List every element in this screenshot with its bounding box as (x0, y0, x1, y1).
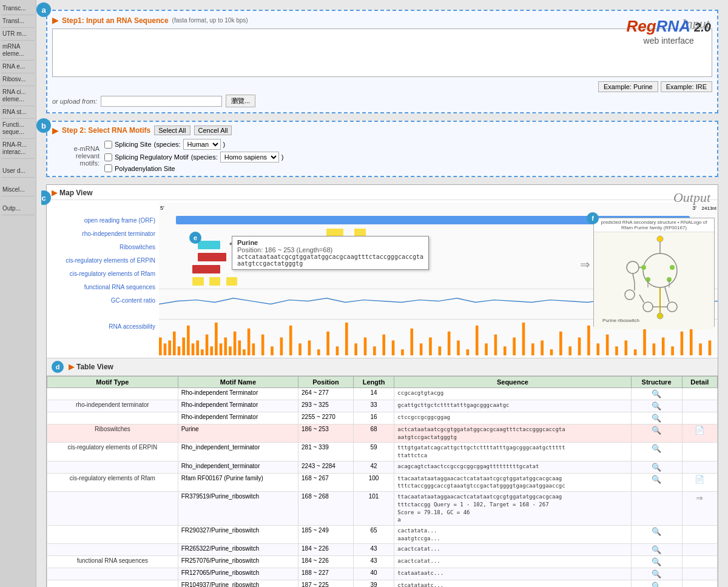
svg-rect-2 (168, 340, 171, 355)
erpin-block-1[interactable] (198, 253, 226, 261)
upload-path-input[interactable] (101, 96, 222, 107)
motif-name-cell: FR104937/Purine_riboswitch (178, 580, 298, 587)
table-container: g Motif Type Motif Name Position Length … (47, 376, 718, 587)
arrow-icon[interactable]: ⇒ (696, 493, 703, 503)
rfam-label[interactable]: cis-regulatory elements of Rfam (47, 267, 159, 280)
col-position: Position (298, 377, 354, 388)
sidebar-item-rna-r[interactable]: RNA-R... interac... (1, 139, 35, 159)
riboswitch-label[interactable]: Riboswitches (47, 240, 159, 253)
svg-rect-9 (201, 349, 204, 355)
svg-rect-5 (182, 338, 185, 356)
brand-reg: Reg (626, 17, 656, 35)
length-cell: 65 (353, 525, 394, 543)
doc-icon[interactable]: 📄 (695, 426, 704, 435)
structure-cell: 🔍 (631, 525, 682, 543)
svg-rect-35 (392, 340, 395, 355)
sidebar-item-func[interactable]: Functi... seque... (1, 119, 35, 139)
splicing-reg-species-select[interactable]: Homo sapiens (220, 152, 279, 163)
detail-cell (682, 580, 717, 587)
table-row: Rho-independent Terminator 264 ~ 277 14 … (47, 388, 718, 400)
erpin-label[interactable]: cis-regulatory elements of ERPIN (47, 253, 159, 267)
detail-cell (682, 544, 717, 556)
sidebar-item-rna-ci[interactable]: RNA ci... eleme... (1, 86, 35, 106)
search-icon[interactable]: 🔍 (652, 426, 661, 435)
brand-sub: web interface (626, 36, 711, 45)
svg-rect-37 (410, 329, 413, 355)
rfam-block-1[interactable] (192, 265, 220, 273)
search-icon[interactable]: 🔍 (652, 557, 661, 566)
svg-rect-63 (653, 343, 656, 355)
motif-type-cell: Riboswitches (47, 424, 178, 443)
svg-point-74 (667, 302, 677, 312)
table-row: cis-regulatory elements of Rfam Rfam RF0… (47, 473, 718, 491)
sequence-cell: acactcatat... (394, 556, 631, 568)
scale-length: 2413nt (702, 206, 716, 211)
sequence-input[interactable] (52, 29, 712, 77)
search-icon[interactable]: 🔍 (652, 527, 661, 536)
sidebar-item-ribosv[interactable]: Ribosv... (1, 73, 35, 86)
svg-rect-53 (559, 332, 562, 355)
sidebar-item-rna-st[interactable]: RNA st... (1, 106, 35, 119)
table-row: rho-independent terminator Rho-independe… (47, 400, 718, 412)
example-purine-button[interactable]: Example: Purine (598, 81, 658, 92)
sidebar-item-miscel[interactable]: Miscel... (1, 184, 35, 196)
sidebar-item-transc[interactable]: Transc... (1, 2, 35, 15)
sidebar-item-user[interactable]: User d... (1, 165, 35, 178)
sidebar-item-mrna[interactable]: mRNA eleme... (1, 41, 35, 61)
svg-line-81 (665, 287, 669, 302)
sidebar-item-transl[interactable]: Transl... (1, 15, 35, 28)
sidebar-item-outp[interactable]: Outp... (1, 203, 35, 215)
orf-label[interactable]: open reading frame (ORF) (47, 213, 159, 227)
search-icon[interactable]: 🔍 (652, 463, 661, 472)
svg-rect-56 (587, 326, 590, 355)
svg-rect-3 (173, 332, 176, 355)
rna-acc-label[interactable]: RNA accessibility (47, 307, 159, 340)
splicing-reg-checkbox[interactable] (104, 153, 112, 161)
example-ire-button[interactable]: Example: IRE (661, 81, 712, 92)
search-icon[interactable]: 🔍 (652, 389, 661, 398)
upload-button[interactable]: 瀏覽... (226, 95, 255, 107)
svg-rect-15 (229, 346, 232, 355)
riboswitch-block-1[interactable] (198, 241, 220, 249)
svg-rect-4 (178, 346, 181, 355)
search-icon[interactable]: 🔍 (652, 475, 661, 484)
rho-term-label[interactable]: rho-independent terminator (47, 227, 159, 240)
table-row: FR379519/Purine_riboswitch 168 ~ 268 101… (47, 492, 718, 526)
polya-label: Polyadenylation Site (115, 165, 175, 172)
func-block-3[interactable] (226, 277, 237, 286)
search-icon[interactable]: 🔍 (652, 444, 661, 453)
func-rna-label[interactable]: functional RNA sequences (47, 280, 159, 294)
search-icon[interactable]: 🔍 (652, 414, 661, 423)
length-cell: 39 (353, 580, 394, 587)
svg-rect-14 (224, 338, 227, 356)
func-block-2[interactable] (209, 277, 220, 286)
map-labels: open reading frame (ORF) rho-independent… (47, 203, 159, 355)
search-icon[interactable]: 🔍 (652, 582, 661, 587)
doc-icon[interactable]: 📄 (695, 475, 704, 484)
splicing-site-checkbox[interactable] (104, 141, 112, 149)
structure-cell: 🔍 (631, 424, 682, 443)
motif-type-cell (47, 461, 178, 473)
sidebar-item-utr[interactable]: UTR m... (1, 28, 35, 41)
motif-option-splicing-site: Splicing Site (species: Human ) (104, 139, 283, 150)
col-length: Length (353, 377, 394, 388)
gc-label[interactable]: GC-content ratio (47, 294, 159, 307)
polya-checkbox[interactable] (104, 164, 112, 172)
search-icon[interactable]: 🔍 (652, 401, 661, 411)
col-sequence: Sequence (394, 377, 631, 388)
select-all-button[interactable]: Select All (154, 126, 190, 135)
splicing-site-species-select[interactable]: Human (183, 139, 221, 150)
table-row: Rho-independent Terminator 2255 ~ 2270 1… (47, 412, 718, 424)
sidebar-item-rna-e[interactable]: RNA e... (1, 61, 35, 73)
motif-type-cell (47, 492, 178, 526)
cancel-all-button[interactable]: Cencel All (194, 126, 232, 135)
motif-name-cell: FR379519/Purine_riboswitch (178, 492, 298, 526)
svg-rect-57 (596, 343, 599, 355)
search-icon[interactable]: 🔍 (652, 545, 661, 554)
content-area: a Input ▶ Step1: Input an RNA Sequence (… (36, 0, 728, 587)
func-block-1[interactable] (192, 277, 203, 286)
search-icon[interactable]: 🔍 (652, 569, 661, 579)
svg-rect-17 (238, 340, 241, 355)
detail-cell (682, 461, 717, 473)
motif-name-cell: FR265322/Purine_riboswitch (178, 544, 298, 556)
